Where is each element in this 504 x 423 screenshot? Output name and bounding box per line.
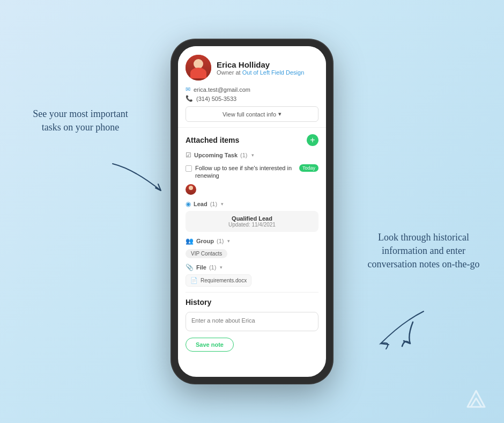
contact-role: Owner at Out of Left Field Design (217, 69, 318, 76)
category-lead-name: Lead (194, 201, 207, 207)
phone-content[interactable]: Attached items + ☑ Upcoming Task (1) ▾ F… (178, 128, 326, 377)
group-chevron-icon: ▾ (227, 238, 230, 244)
task-icon: ☑ (186, 151, 191, 159)
save-note-button[interactable]: Save note (186, 338, 234, 352)
category-task: ☑ Upcoming Task (1) ▾ Follow up to see i… (186, 151, 318, 195)
annotation-right-line1: Look through historical (378, 232, 469, 243)
task-chevron-icon: ▾ (251, 152, 254, 158)
file-item[interactable]: 📄 Requirements.docx (186, 274, 251, 287)
arrow-right-icon (370, 306, 440, 360)
lead-card[interactable]: Qualified Lead Updated: 11/4/2021 (186, 211, 318, 232)
contact-phone-row: 📞 (314) 505-3533 (186, 95, 318, 102)
today-badge: Today (299, 164, 318, 172)
view-contact-button[interactable]: View full contact info ▾ (186, 106, 318, 122)
category-file: 📎 File (1) ▾ 📄 Requirements.docx (186, 264, 318, 287)
task-assignee-avatar (186, 184, 196, 195)
contact-email: erica.test@gmail.com (194, 86, 250, 93)
view-contact-label: View full contact info (223, 111, 276, 118)
save-note-label: Save note (196, 341, 224, 348)
task-checkbox[interactable] (186, 165, 192, 172)
file-category-icon: 📎 (186, 264, 194, 271)
attached-items-header: Attached items + (186, 134, 318, 146)
category-lead-count: (1) (210, 201, 217, 207)
arrow-left-icon (107, 158, 182, 201)
phone-screen: Erica Holliday Owner at Out of Left Fiel… (178, 46, 326, 377)
category-file-header[interactable]: 📎 File (1) ▾ (186, 264, 318, 271)
lead-chevron-icon: ▾ (221, 201, 224, 207)
contact-header: Erica Holliday Owner at Out of Left Fiel… (178, 46, 326, 128)
group-icon: 👥 (186, 237, 194, 245)
attached-items-title: Attached items (186, 136, 239, 144)
company-link[interactable]: Out of Left Field Design (242, 69, 305, 76)
category-group-header[interactable]: 👥 Group (1) ▾ (186, 237, 318, 245)
annotation-right: Look through historical information and … (359, 231, 488, 272)
contact-name: Erica Holliday (217, 60, 318, 69)
task-text: Follow up to see if she's interested in … (195, 164, 296, 180)
avatar (186, 55, 211, 81)
lead-updated: Updated: 11/4/2021 (191, 222, 313, 228)
lead-title: Qualified Lead (191, 215, 313, 222)
annotation-right-line3: conversation notes on-the-go (368, 259, 480, 269)
task-item: Follow up to see if she's interested in … (186, 162, 318, 182)
lead-icon: ◉ (186, 200, 191, 208)
brand-logo (464, 389, 488, 412)
category-lead: ◉ Lead (1) ▾ Qualified Lead Updated: 11/… (186, 200, 318, 232)
contact-phone: (314) 505-3533 (196, 96, 236, 102)
category-file-name: File (196, 264, 206, 271)
phone-frame: Erica Holliday Owner at Out of Left Fiel… (172, 40, 332, 383)
avatar-image (186, 55, 211, 81)
category-task-name: Upcoming Task (194, 152, 238, 158)
group-tag[interactable]: VIP Contacts (186, 249, 227, 258)
email-icon: ✉ (186, 86, 190, 93)
contact-info-name: Erica Holliday Owner at Out of Left Fiel… (217, 60, 318, 76)
category-task-header[interactable]: ☑ Upcoming Task (1) ▾ (186, 151, 318, 159)
contact-top: Erica Holliday Owner at Out of Left Fiel… (186, 55, 318, 81)
category-task-count: (1) (240, 152, 247, 158)
chevron-down-icon: ▾ (278, 111, 281, 118)
phone-icon: 📞 (186, 95, 193, 102)
annotation-left: See your most important tasks on your ph… (21, 107, 139, 134)
contact-email-row: ✉ erica.test@gmail.com (186, 86, 318, 93)
document-icon: 📄 (190, 277, 198, 284)
history-title: History (186, 298, 318, 307)
category-file-count: (1) (209, 264, 216, 271)
file-name: Requirements.docx (201, 278, 247, 283)
history-section: History Save note (186, 298, 318, 352)
category-lead-header[interactable]: ◉ Lead (1) ▾ (186, 200, 318, 208)
category-group-name: Group (196, 238, 214, 244)
annotation-right-line2: information and enter (382, 245, 465, 256)
file-chevron-icon: ▾ (220, 265, 223, 270)
annotation-left-line1: See your most important (33, 108, 128, 119)
add-item-button[interactable]: + (307, 134, 318, 146)
category-group-count: (1) (217, 238, 224, 244)
note-input[interactable] (186, 312, 318, 331)
divider (186, 292, 318, 293)
annotation-left-line2: tasks on your phone (42, 122, 119, 133)
category-group: 👥 Group (1) ▾ VIP Contacts (186, 237, 318, 258)
